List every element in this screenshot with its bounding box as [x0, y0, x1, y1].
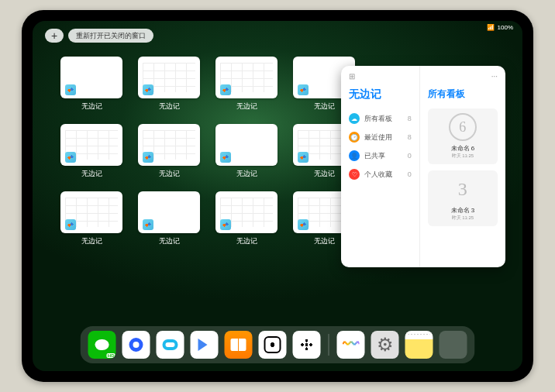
window-thumb[interactable]: 无边记: [138, 191, 200, 246]
category-icon: ☁: [349, 113, 360, 124]
notes-app-icon[interactable]: [405, 331, 433, 359]
freeform-app-icon: [65, 152, 76, 163]
multi-app-icon[interactable]: [440, 331, 467, 359]
window-preview: [215, 57, 278, 98]
panel-title: 无边记: [349, 88, 412, 101]
status-bar: 📶 100%: [487, 24, 513, 31]
window-label: 无边记: [314, 169, 335, 179]
category-label: 个人收藏: [364, 170, 392, 180]
play-app-icon[interactable]: [191, 331, 219, 359]
freeform-app-icon: [298, 84, 309, 95]
category-icon: 🕑: [349, 132, 360, 143]
window-preview: [215, 191, 278, 233]
freeform-app-icon: [220, 152, 231, 163]
panel-sidebar: 无边记 ☁ 所有看板 8🕑 最近使用 8👤 已共享 0♡ 个人收藏 0: [341, 66, 420, 267]
freeform-app-icon: [298, 219, 309, 230]
dock: HD: [81, 326, 475, 363]
battery-text: 100%: [498, 24, 513, 31]
category-item[interactable]: 👤 已共享 0: [349, 146, 412, 165]
category-icon: ♡: [349, 169, 360, 180]
new-window-button[interactable]: +: [45, 29, 64, 43]
board-thumbnail: 6: [449, 113, 477, 141]
window-thumb[interactable]: 无边记: [215, 57, 278, 112]
category-count: 8: [408, 115, 412, 122]
panel-content: 所有看板 6 未命名 6 昨天 11:253 未命名 3 昨天 11:25: [420, 66, 505, 267]
window-thumb[interactable]: 无边记: [60, 191, 122, 246]
dice-app-icon[interactable]: [259, 331, 287, 359]
window-label: 无边记: [159, 236, 180, 246]
window-thumb[interactable]: 无边记: [215, 191, 278, 246]
window-label: 无边记: [81, 236, 102, 246]
board-card[interactable]: 6 未命名 6 昨天 11:25: [428, 108, 498, 164]
freeform-app-icon: [298, 152, 309, 163]
window-label: 无边记: [81, 169, 102, 179]
screen: 📶 100% + 重新打开已关闭的窗口 无边记 无边记 无边记 无边记 无边记 …: [33, 21, 522, 371]
more-icon[interactable]: ···: [491, 72, 498, 81]
window-switcher-grid: 无边记 无边记 无边记 无边记 无边记 无边记 无边记 无边记 无边记 无边记 …: [60, 57, 355, 246]
board-thumbnail: 3: [449, 175, 477, 203]
window-preview: [215, 124, 278, 166]
window-preview: [60, 124, 122, 166]
window-thumb[interactable]: 无边记: [215, 124, 278, 179]
reopen-closed-window-button[interactable]: 重新打开已关闭的窗口: [68, 29, 153, 43]
panel-topbar: ⊞ ···: [349, 72, 498, 81]
freeform-app-icon: [220, 219, 231, 230]
dock-separator: [329, 334, 329, 356]
board-card[interactable]: 3 未命名 3 昨天 11:25: [428, 170, 498, 226]
atom-app-icon[interactable]: [293, 331, 321, 359]
category-count: 0: [408, 170, 412, 178]
freeform-panel[interactable]: ⊞ ··· 无边记 ☁ 所有看板 8🕑 最近使用 8👤 已共享 0♡ 个人收藏 …: [341, 66, 505, 267]
window-label: 无边记: [314, 236, 335, 246]
window-thumb[interactable]: 无边记: [60, 57, 122, 112]
books-app-icon[interactable]: [225, 331, 253, 359]
ucloud-app-icon[interactable]: [157, 331, 184, 359]
window-label: 无边记: [236, 236, 257, 246]
freeform-app-icon: [65, 219, 76, 230]
category-item[interactable]: ♡ 个人收藏 0: [349, 165, 412, 184]
settings-app-icon[interactable]: [371, 331, 399, 359]
window-preview: [60, 191, 122, 233]
window-preview: [60, 57, 122, 98]
category-icon: 👤: [349, 150, 360, 161]
panel-right-title: 所有看板: [428, 88, 498, 101]
freeform-app-icon: [220, 84, 231, 95]
window-thumb[interactable]: 无边记: [138, 124, 200, 179]
category-count: 8: [408, 133, 412, 141]
category-count: 0: [408, 152, 412, 160]
window-label: 无边记: [81, 101, 102, 112]
category-item[interactable]: 🕑 最近使用 8: [349, 128, 412, 146]
category-label: 所有看板: [364, 114, 392, 124]
wechat-app-icon[interactable]: HD: [88, 331, 116, 359]
window-preview: [138, 57, 200, 98]
board-date: 昨天 11:25: [431, 153, 495, 160]
board-name: 未命名 6: [431, 144, 495, 153]
board-date: 昨天 11:25: [431, 215, 495, 222]
hd-badge: HD: [107, 353, 115, 358]
freeform-app-icon: [143, 152, 153, 163]
window-label: 无边记: [159, 169, 180, 179]
window-preview: [138, 124, 200, 166]
signal-icon: 📶: [487, 24, 495, 31]
window-thumb[interactable]: 无边记: [60, 124, 122, 179]
sidebar-icon[interactable]: ⊞: [349, 72, 355, 81]
window-label: 无边记: [314, 101, 335, 112]
freeform-app-icon: [143, 219, 153, 230]
window-thumb[interactable]: 无边记: [138, 57, 200, 112]
window-label: 无边记: [159, 101, 180, 112]
category-label: 已共享: [364, 151, 385, 161]
freeform-app-icon: [143, 84, 153, 95]
window-preview: [138, 191, 200, 233]
category-label: 最近使用: [364, 132, 392, 143]
quark-app-icon[interactable]: [122, 331, 150, 359]
window-label: 无边记: [236, 169, 257, 179]
board-name: 未命名 3: [431, 206, 495, 215]
top-buttons: + 重新打开已关闭的窗口: [45, 29, 153, 43]
ipad-device: 📶 100% + 重新打开已关闭的窗口 无边记 无边记 无边记 无边记 无边记 …: [22, 10, 533, 382]
freeform-app-icon: [65, 84, 76, 95]
freeform-app-icon[interactable]: [337, 331, 365, 359]
category-item[interactable]: ☁ 所有看板 8: [349, 109, 412, 128]
window-label: 无边记: [236, 101, 257, 112]
